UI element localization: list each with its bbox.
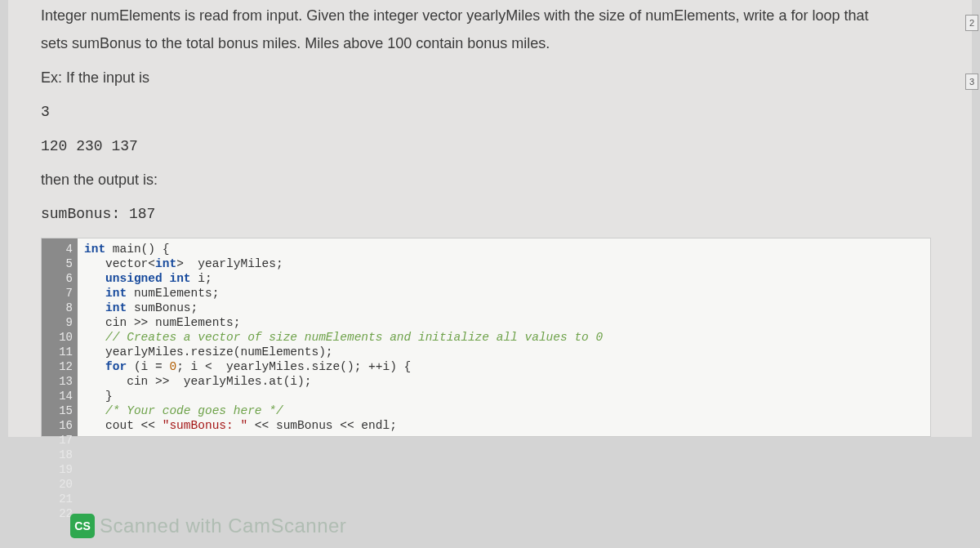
line-number: 5 <box>42 256 73 271</box>
line-number: 15 <box>42 403 73 418</box>
line-number: 21 <box>42 492 73 506</box>
problem-desc-1: Integer numElements is read from input. … <box>41 5 939 28</box>
code-line[interactable]: vector<int> yearlyMiles; <box>84 256 924 271</box>
code-editor[interactable]: 45678910111213141516171819202122 int mai… <box>41 238 931 437</box>
code-line[interactable]: } <box>84 389 924 403</box>
watermark-text: Scanned with CamScanner <box>100 515 346 537</box>
side-bar: 2 3 <box>964 0 980 548</box>
code-line[interactable]: cin >> yearlyMiles.at(i); <box>84 374 924 389</box>
line-number: 17 <box>42 433 73 448</box>
code-line[interactable]: int sumBonus; <box>84 301 924 315</box>
code-content[interactable]: int main() { vector<int> yearlyMiles; un… <box>78 238 930 436</box>
example-label: Ex: If the input is <box>41 67 939 90</box>
exercise-page: Integer numElements is read from input. … <box>8 0 972 437</box>
side-badge-2[interactable]: 2 <box>965 15 978 31</box>
line-number: 8 <box>42 301 73 315</box>
line-number: 10 <box>42 330 73 345</box>
line-number: 18 <box>42 448 73 462</box>
code-line[interactable]: for (i = 0; i < yearlyMiles.size(); ++i)… <box>84 359 924 374</box>
example-input-1: 3 <box>41 101 939 124</box>
code-line[interactable]: int main() { <box>84 242 924 256</box>
code-line[interactable]: /* Your code goes here */ <box>84 403 924 418</box>
output-label: then the output is: <box>41 169 939 192</box>
problem-statement: Integer numElements is read from input. … <box>41 5 939 226</box>
line-number: 6 <box>42 271 73 286</box>
code-line[interactable]: yearlyMiles.resize(numElements); <box>84 345 924 359</box>
line-number: 14 <box>42 389 73 403</box>
line-number: 9 <box>42 315 73 330</box>
scanner-watermark: CS Scanned with CamScanner <box>70 514 346 538</box>
code-line[interactable]: cout << "sumBonus: " << sumBonus << endl… <box>84 418 924 433</box>
code-line[interactable]: cin >> numElements; <box>84 315 924 330</box>
problem-desc-2: sets sumBonus to the total bonus miles. … <box>41 33 939 56</box>
side-badge-3[interactable]: 3 <box>965 74 978 90</box>
line-number: 7 <box>42 286 73 301</box>
line-number: 16 <box>42 418 73 433</box>
code-line[interactable]: int numElements; <box>84 286 924 301</box>
line-number: 22 <box>42 506 73 521</box>
line-number: 13 <box>42 374 73 389</box>
example-output: sumBonus: 187 <box>41 203 939 226</box>
code-line[interactable]: // Creates a vector of size numElements … <box>84 330 924 345</box>
line-number: 12 <box>42 359 73 374</box>
code-line[interactable]: unsigned int i; <box>84 271 924 286</box>
line-number: 11 <box>42 345 73 359</box>
line-number: 4 <box>42 242 73 256</box>
camscanner-logo-icon: CS <box>70 514 95 538</box>
line-number: 19 <box>42 462 73 477</box>
line-gutter: 45678910111213141516171819202122 <box>42 238 78 436</box>
example-input-2: 120 230 137 <box>41 136 939 158</box>
line-number: 20 <box>42 477 73 492</box>
